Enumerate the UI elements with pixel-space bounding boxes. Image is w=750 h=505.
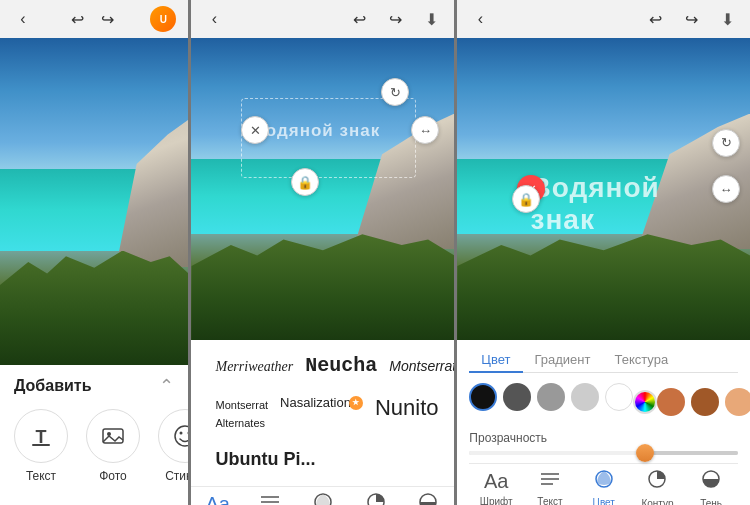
toolbar-outline-3[interactable]: Контур <box>631 464 685 505</box>
font-row-2: MontserratAlternates Nasalization ★ Nuni… <box>201 389 444 439</box>
download-button-2[interactable]: ⬇ <box>420 8 442 30</box>
undo-button[interactable]: ↩ <box>66 8 88 30</box>
brown-swatches <box>657 388 750 416</box>
add-text-icon: T <box>14 409 68 463</box>
watermark-container-2[interactable]: Водяной знак <box>241 98 416 178</box>
font-panel: Merriweather Neucha Montserrat Montserra… <box>191 340 454 505</box>
resize-handle-3[interactable]: ↔ <box>712 175 740 203</box>
slider-track <box>469 451 738 455</box>
add-panel: Добавить ⌃ T Текст <box>0 365 188 505</box>
nav-left-icons: ‹ <box>12 8 34 30</box>
add-sticker-button[interactable]: Стикер <box>158 409 188 483</box>
undo-button-3[interactable]: ↩ <box>644 8 666 30</box>
shadow-icon-2 <box>417 491 439 505</box>
custom-color-area <box>633 390 657 414</box>
font-ubuntu[interactable]: Ubuntu Pi... <box>209 445 321 476</box>
toolbar-font-3[interactable]: Aa Шрифт <box>469 464 523 505</box>
color-tab-color[interactable]: Цвет <box>469 348 522 373</box>
nav-center-2: ↩ ↪ ⬇ <box>348 8 442 30</box>
back-button[interactable]: ‹ <box>12 8 34 30</box>
color-tab-gradient[interactable]: Градиент <box>523 348 603 373</box>
nav-bar-1: ‹ ↩ ↪ U <box>0 0 188 38</box>
font-badge: ★ <box>349 396 363 410</box>
add-sticker-label: Стикер <box>165 469 188 483</box>
color-panel: Цвет Градиент Текстура <box>457 340 750 505</box>
swatch-gray[interactable] <box>537 383 565 411</box>
font-nunito[interactable]: Nunito <box>369 391 445 427</box>
photo-area-3[interactable]: Водяной знак ✕ ↻ 🔒 ↔ <box>457 38 750 340</box>
toolbar-text-3[interactable]: Текст <box>523 464 577 505</box>
profile-avatar[interactable]: U <box>150 6 176 32</box>
font-label-3: Шрифт <box>480 496 513 505</box>
add-photo-label: Фото <box>99 469 127 483</box>
back-button-3[interactable]: ‹ <box>469 8 491 30</box>
toolbar-shadow-3[interactable]: Тень <box>684 464 738 505</box>
download-button-3[interactable]: ⬇ <box>716 8 738 30</box>
color-label-3: Цвет <box>592 497 614 505</box>
nav-bar-3: ‹ ↩ ↪ ⬇ <box>457 0 750 38</box>
rotate-handle-3[interactable]: ↻ <box>712 129 740 157</box>
swatch-brown2[interactable] <box>691 388 719 416</box>
add-items-container: T Текст Фото <box>14 409 174 483</box>
font-montserrat-alt[interactable]: MontserratAlternates <box>209 391 274 437</box>
redo-button-3[interactable]: ↪ <box>680 8 702 30</box>
add-photo-icon <box>86 409 140 463</box>
toolbar-text-2[interactable]: Текст <box>244 487 297 505</box>
nav-bar-2: ‹ ↩ ↪ ⬇ <box>191 0 454 38</box>
swatch-white[interactable] <box>605 383 633 411</box>
watermark-text-2: Водяной знак <box>252 121 380 141</box>
panel-2: ‹ ↩ ↪ ⬇ Водяной знак ↻ ✕ ↔ 🔒 Merriweathe… <box>191 0 454 505</box>
swatch-brown3[interactable] <box>725 388 750 416</box>
vegetation-2 <box>191 234 454 340</box>
shadow-icon-3 <box>700 468 722 495</box>
font-nasalization[interactable]: Nasalization ★ <box>274 391 369 416</box>
outline-label-3: Контур <box>641 498 673 505</box>
add-chevron-icon[interactable]: ⌃ <box>159 375 174 397</box>
toolbar-color-3[interactable]: Цвет <box>577 464 631 505</box>
transparency-slider[interactable] <box>469 451 738 455</box>
swatch-darkgray[interactable] <box>503 383 531 411</box>
svg-rect-1 <box>32 444 50 446</box>
font-montserrat[interactable]: Montserrat <box>383 353 454 381</box>
photo-area-1 <box>0 38 188 365</box>
font-neucha[interactable]: Neucha <box>299 350 383 383</box>
font-icon-3: Aa <box>484 470 508 493</box>
slider-thumb[interactable] <box>636 444 654 462</box>
font-row-3: Ubuntu Pi... <box>201 443 444 478</box>
back-button-2[interactable]: ‹ <box>203 8 225 30</box>
nav-center-icons: ↩ ↪ <box>66 8 118 30</box>
redo-button-2[interactable]: ↪ <box>384 8 406 30</box>
font-icon-2: Aa <box>206 493 230 505</box>
toolbar-2: Aa Шрифт Текст Цвет <box>191 486 454 505</box>
toolbar-outline-2[interactable]: Контур <box>349 487 402 505</box>
toolbar-3: Aa Шрифт Текст Цвет <box>469 463 738 505</box>
outline-icon-3 <box>646 468 668 495</box>
toolbar-color-2[interactable]: Цвет <box>297 487 350 505</box>
color-picker-icon[interactable] <box>633 390 657 414</box>
swatch-lightgray[interactable] <box>571 383 599 411</box>
transparency-row: Прозрачность <box>469 431 738 455</box>
toolbar-font-2[interactable]: Aa Шрифт <box>191 487 244 505</box>
add-photo-button[interactable]: Фото <box>86 409 140 483</box>
panel-1: ‹ ↩ ↪ U Добавить ⌃ T <box>0 0 188 505</box>
font-merriweather[interactable]: Merriweather <box>209 353 299 381</box>
add-text-label: Текст <box>26 469 56 483</box>
add-text-button[interactable]: T Текст <box>14 409 68 483</box>
transparency-label: Прозрачность <box>469 431 738 445</box>
swatch-brown1[interactable] <box>657 388 685 416</box>
vegetation-3 <box>457 234 750 340</box>
photo-area-2[interactable]: Водяной знак ↻ ✕ ↔ 🔒 <box>191 38 454 340</box>
outline-icon-2 <box>365 491 387 505</box>
add-title: Добавить <box>14 377 92 395</box>
text-icon-2 <box>259 493 281 505</box>
text-icon-3 <box>539 470 561 493</box>
color-tab-texture[interactable]: Текстура <box>602 348 680 373</box>
font-row-1: Merriweather Neucha Montserrat <box>201 348 444 385</box>
font-grid: Merriweather Neucha Montserrat Montserra… <box>191 340 454 486</box>
toolbar-shadow-2[interactable]: Тень <box>402 487 455 505</box>
color-swatches <box>469 383 633 411</box>
undo-button-2[interactable]: ↩ <box>348 8 370 30</box>
swatch-black[interactable] <box>469 383 497 411</box>
add-sticker-icon <box>158 409 188 463</box>
redo-button[interactable]: ↪ <box>96 8 118 30</box>
